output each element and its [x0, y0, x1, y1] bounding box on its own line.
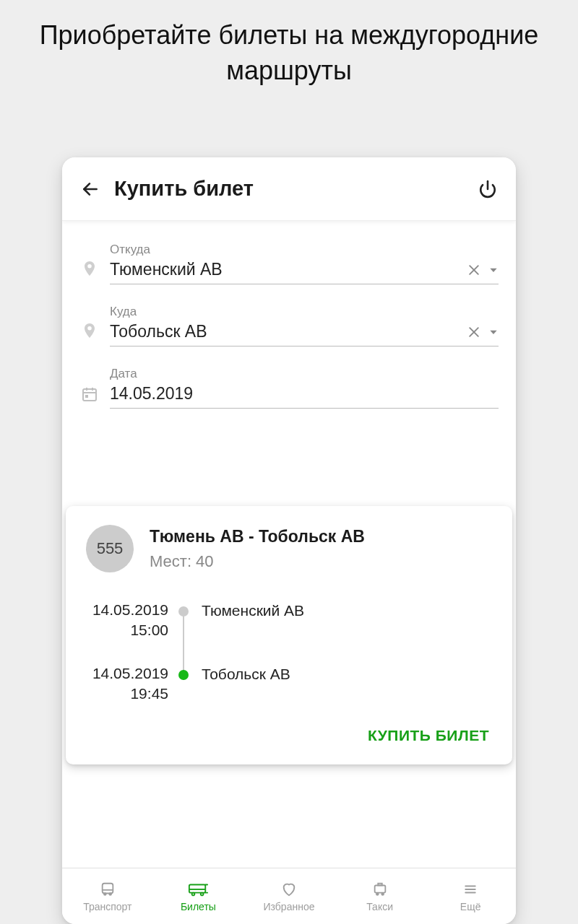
app-screen: Купить билет Откуда Тюменский АВ — [62, 157, 516, 924]
svg-rect-13 — [102, 883, 113, 893]
departure-date: 14.05.2019 — [86, 601, 168, 619]
nav-tickets[interactable]: Билеты — [153, 868, 244, 924]
svg-rect-22 — [378, 883, 382, 885]
buy-ticket-button[interactable]: КУПИТЬ БИЛЕТ — [365, 721, 492, 750]
departure-time: 15:00 — [86, 622, 168, 639]
taxi-icon — [370, 881, 390, 898]
seats-available: Мест: 40 — [150, 552, 492, 571]
svg-point-15 — [104, 893, 106, 895]
svg-point-16 — [109, 893, 111, 895]
promo-title: Приобретайте билеты на междугородние мар… — [0, 0, 578, 88]
timeline-connector — [183, 614, 184, 676]
clear-to-icon[interactable] — [467, 325, 481, 339]
timeline-dot-icon — [178, 670, 189, 680]
nav-label: Билеты — [181, 901, 216, 912]
location-pin-icon — [79, 258, 100, 279]
to-field[interactable]: Куда Тобольск АВ — [79, 305, 499, 346]
route-name: Тюмень АВ - Тобольск АВ — [150, 527, 492, 546]
departure-stop: 14.05.2019 15:00 Тюменский АВ — [86, 601, 492, 639]
app-bar: Купить билет — [62, 157, 516, 221]
to-value: Тобольск АВ — [110, 322, 467, 341]
svg-rect-8 — [83, 389, 96, 401]
calendar-icon — [79, 385, 100, 403]
nav-label: Такси — [366, 901, 393, 912]
nav-label: Избранное — [264, 901, 315, 912]
menu-icon — [460, 881, 480, 898]
to-label: Куда — [110, 305, 499, 319]
arrival-time: 19:45 — [86, 685, 168, 702]
arrival-station: Тобольск АВ — [202, 666, 290, 683]
svg-rect-17 — [189, 884, 205, 892]
bus-side-icon — [188, 881, 208, 898]
svg-point-20 — [201, 892, 204, 895]
trip-timeline: 14.05.2019 15:00 Тюменский АВ 14.05.2019… — [86, 601, 492, 702]
power-icon[interactable] — [477, 178, 499, 200]
svg-point-23 — [376, 893, 379, 895]
arrival-stop: 14.05.2019 19:45 Тобольск АВ — [86, 665, 492, 702]
nav-more[interactable]: Ещё — [425, 868, 516, 924]
departure-station: Тюменский АВ — [202, 602, 304, 619]
svg-point-19 — [192, 892, 195, 895]
trip-result-card: 555 Тюмень АВ - Тобольск АВ Мест: 40 14.… — [66, 506, 512, 764]
from-field[interactable]: Откуда Тюменский АВ — [79, 243, 499, 284]
bottom-nav: Транспорт Билеты Избранное Такси Ещё — [62, 868, 516, 924]
arrival-date: 14.05.2019 — [86, 665, 168, 682]
svg-rect-21 — [374, 885, 385, 892]
heart-icon — [279, 881, 299, 898]
dropdown-to-icon[interactable] — [488, 327, 499, 337]
nav-label: Ещё — [460, 901, 481, 912]
route-number-badge: 555 — [86, 525, 134, 572]
from-value: Тюменский АВ — [110, 260, 467, 279]
svg-rect-12 — [85, 395, 88, 398]
dropdown-from-icon[interactable] — [488, 265, 499, 275]
from-label: Откуда — [110, 243, 499, 257]
svg-marker-4 — [490, 268, 496, 271]
date-field[interactable]: Дата 14.05.2019 — [79, 367, 499, 409]
nav-favorites[interactable]: Избранное — [243, 868, 335, 924]
location-pin-icon — [79, 321, 100, 341]
date-value: 14.05.2019 — [110, 384, 499, 404]
page-title: Купить билет — [114, 177, 477, 201]
search-form: Откуда Тюменский АВ — [62, 221, 516, 409]
back-icon[interactable] — [79, 178, 101, 200]
date-label: Дата — [110, 367, 499, 381]
svg-point-24 — [381, 893, 384, 895]
svg-marker-7 — [490, 330, 496, 334]
clear-from-icon[interactable] — [467, 263, 481, 277]
bus-front-icon — [98, 881, 118, 898]
timeline-dot-icon — [178, 606, 189, 616]
nav-label: Транспорт — [83, 901, 131, 912]
nav-transport[interactable]: Транспорт — [62, 868, 153, 924]
nav-taxi[interactable]: Такси — [335, 868, 426, 924]
